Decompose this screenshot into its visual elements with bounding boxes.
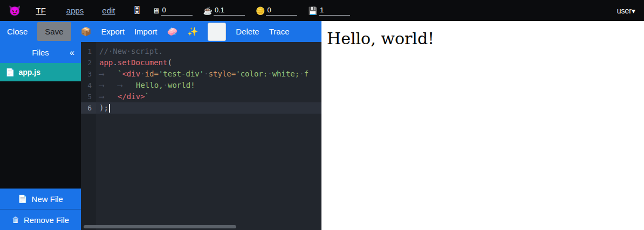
code-line-text: //·New·script. [96, 46, 321, 57]
code-token: 'test-div' [159, 69, 204, 78]
code-token: 'color: [236, 69, 268, 78]
code-token: //·New·script. [99, 47, 163, 55]
line-number: 5 [81, 91, 96, 102]
preview-pane: Hello, world! [321, 21, 644, 230]
code-token: f [304, 69, 309, 78]
new-file-icon: 📄 [18, 194, 27, 203]
app-window: 😈 TF apps edit 🎛 🖥 0 ☕ 0.1 🪙 0 💾 1 user▾… [0, 0, 644, 230]
code-token: ` [145, 92, 149, 101]
code-line[interactable]: 2app.setDocument( [81, 57, 321, 68]
ide-pane: Close Save 📦 Export Import 🧼 ✨ Delete Tr… [0, 21, 321, 230]
sparkles-icon[interactable]: ✨ [187, 27, 198, 36]
line-number: 4 [81, 80, 96, 91]
code-token: ); [99, 103, 108, 112]
floppy-icon: 💾 [308, 7, 317, 16]
code-editor[interactable]: 1//·New·script.2app.setDocument(3⟶`<div·… [81, 42, 321, 230]
code-token: · [140, 69, 145, 78]
remove-file-button[interactable]: 🗑 Remove File [0, 209, 81, 230]
code-token: ⟶ [99, 68, 118, 80]
new-file-label: New File [32, 194, 63, 204]
code-token: ⟶ [99, 80, 118, 91]
stat-storage-value[interactable]: 1 [319, 6, 350, 16]
collapse-sidebar-button[interactable]: « [70, 48, 74, 58]
horizontal-scrollbar[interactable] [84, 225, 236, 228]
trace-button[interactable]: Trace [269, 27, 290, 36]
line-number: 6 [81, 102, 96, 114]
stat-coins-value[interactable]: 0 [266, 6, 297, 16]
code-token: world! [168, 81, 195, 89]
code-token: app [99, 58, 113, 67]
code-token: setDocument [118, 58, 168, 67]
files-header: Files « [0, 42, 81, 63]
topbar: 😈 TF apps edit 🎛 🖥 0 ☕ 0.1 🪙 0 💾 1 user▾ [0, 0, 644, 21]
code-token: Hello, [136, 81, 163, 89]
code-lines: 1//·New·script.2app.setDocument(3⟶`<div·… [81, 46, 321, 114]
code-line[interactable]: 4⟶⟶Hello,·world! [81, 80, 321, 91]
user-menu[interactable]: user▾ [617, 6, 635, 15]
code-token: </div> [118, 92, 145, 101]
file-name: app.js [18, 68, 40, 76]
code-line[interactable]: 6); [81, 102, 321, 114]
sidebar-spacer [0, 81, 81, 189]
code-token: <div [122, 69, 140, 78]
stat-energy: ☕ 0.1 [203, 6, 245, 16]
code-line-text: ⟶`<div·id='test-div'·style='color:·white… [96, 68, 321, 80]
main-area: Close Save 📦 Export Import 🧼 ✨ Delete Tr… [0, 21, 644, 230]
monitor-icon: 🖥 [153, 7, 160, 16]
code-line[interactable]: 5⟶</div>` [81, 91, 321, 102]
devil-icon: 😈 [9, 5, 20, 17]
code-line-text: ⟶⟶Hello,·world! [96, 80, 321, 91]
code-token: ⟶ [118, 80, 136, 91]
code-line[interactable]: 1//·New·script. [81, 46, 321, 57]
editor-toolbar: Close Save 📦 Export Import 🧼 ✨ Delete Tr… [0, 21, 321, 42]
stat-storage: 💾 1 [308, 6, 350, 16]
code-line-text: ⟶</div>` [96, 91, 321, 102]
code-token: style= [209, 69, 236, 78]
files-sidebar: Files « 📄 app.js 📄 New File 🗑 Remove [0, 42, 81, 230]
new-file-button[interactable]: 📄 New File [0, 189, 81, 209]
code-token: . [113, 58, 117, 67]
preview-heading: Hello, world! [321, 21, 644, 48]
controls-icon[interactable]: 🎛 [133, 5, 142, 16]
code-token: · [163, 81, 168, 89]
brand-link[interactable]: TF [36, 6, 45, 15]
code-token: · [204, 69, 208, 78]
package-icon[interactable]: 📦 [81, 27, 92, 36]
remove-file-icon: 🗑 [12, 215, 19, 224]
line-number: 3 [81, 68, 96, 80]
code-line[interactable]: 3⟶`<div·id='test-div'·style='color:·whit… [81, 68, 321, 80]
file-item-appjs[interactable]: 📄 app.js [0, 63, 81, 81]
save-button[interactable]: Save [37, 22, 71, 41]
soap-icon[interactable]: 🧼 [167, 27, 177, 36]
file-icon: 📄 [5, 68, 15, 76]
blank-button[interactable] [208, 23, 226, 41]
close-button[interactable]: Close [7, 27, 28, 36]
import-button[interactable]: Import [134, 27, 157, 36]
code-token: white; [272, 69, 300, 78]
line-number: 2 [81, 57, 96, 68]
stat-monitor: 🖥 0 [153, 6, 193, 16]
apps-link[interactable]: apps [66, 6, 84, 15]
code-token: · [299, 69, 304, 78]
remove-file-label: Remove File [24, 215, 69, 225]
coin-icon: 🪙 [256, 7, 265, 16]
delete-button[interactable]: Delete [236, 27, 259, 36]
export-button[interactable]: Export [101, 27, 125, 36]
code-token: ⟶ [99, 91, 118, 102]
line-number: 1 [81, 46, 96, 57]
text-cursor [109, 104, 110, 113]
code-token: id= [145, 69, 159, 78]
edit-link[interactable]: edit [102, 6, 115, 15]
code-line-text: ); [96, 102, 321, 114]
stat-energy-value[interactable]: 0.1 [214, 6, 245, 16]
code-token: · [268, 69, 272, 78]
stat-monitor-value[interactable]: 0 [161, 6, 193, 16]
workspace: Files « 📄 app.js 📄 New File 🗑 Remove [0, 42, 321, 230]
files-header-label: Files [32, 48, 49, 57]
code-line-text: app.setDocument( [96, 57, 321, 68]
energy-icon: ☕ [203, 7, 213, 16]
stat-coins: 🪙 0 [256, 6, 297, 16]
code-token: ( [167, 58, 172, 67]
